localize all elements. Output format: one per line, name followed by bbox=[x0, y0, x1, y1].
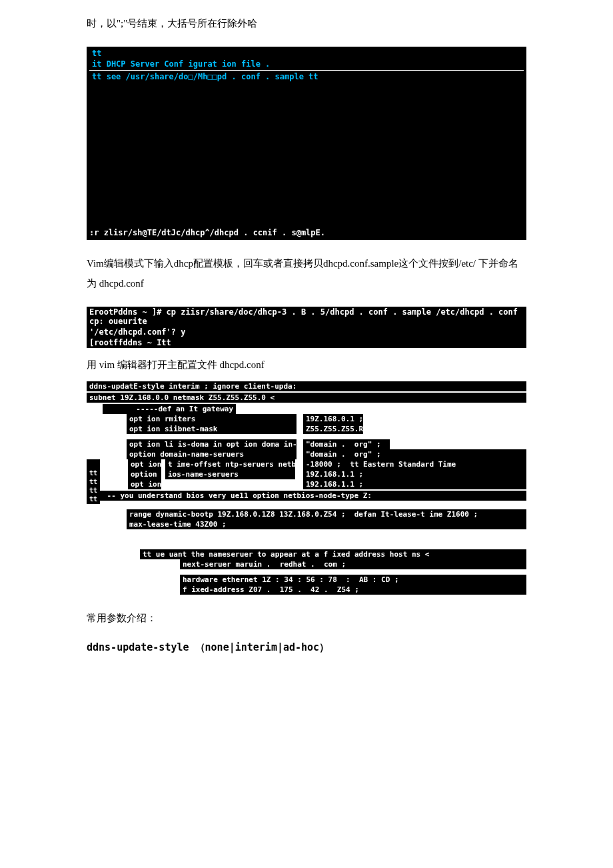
config-line: f ixed-address Z07 . 175 . 42 . Z54 ; bbox=[180, 585, 526, 595]
terminal-bottom-line: :r zlisr/sh@TE/dtJc/dhcp^/dhcpd . ccnif … bbox=[87, 227, 526, 239]
paragraph-2: Vim编辑模式下输入dhcp配置模板，回车或者直接拷贝dhcpd.conf.sa… bbox=[87, 253, 526, 293]
paragraph-1: 时，以";"号结束，大括号所在行除外哈 bbox=[87, 13, 526, 33]
config-line: ddns-updatE-style interim ; ignore c1ien… bbox=[87, 381, 526, 391]
config-sublabel: t ime-offset ntp-seruers netb bbox=[165, 459, 295, 469]
config-value: "domain . org" ; bbox=[303, 449, 526, 459]
config-value: 19Z.168.0.1 ; bbox=[303, 414, 363, 424]
paragraph-3: 用 vim 编辑器打开主配置文件 dhcpd.conf bbox=[87, 355, 526, 375]
config-line: subnet 19Z.168.0.0 netmask Z55.Z55.Z55.0… bbox=[87, 393, 526, 403]
paragraph-4: 常用参数介绍： bbox=[87, 608, 526, 628]
config-label: opt ion bbox=[128, 459, 161, 469]
terminal-block-1: tt it DHCP Server Conf igurat ion file .… bbox=[87, 47, 526, 240]
config-value: 19Z.168.1.1 ; bbox=[303, 469, 526, 479]
config-label: opt ion siibnet-mask bbox=[127, 424, 297, 434]
config-label: opt ion li is-doma in opt ion doma in-na… bbox=[127, 439, 297, 449]
terminal-block-2: ErootPddns ~ ]# cp ziisr/share/doc/dhcp-… bbox=[87, 307, 526, 348]
config-line: tt ue uant the nameseruer to appear at a… bbox=[140, 549, 526, 559]
config-block: ddns-updatE-style interim ; ignore c1ien… bbox=[87, 381, 526, 595]
config-value: Z55.Z55.Z55.R . bbox=[303, 424, 363, 434]
config-label: option bbox=[128, 469, 161, 479]
section-heading: ddns-update-style （none|interim|ad-hoc） bbox=[87, 641, 526, 654]
config-line: max-lease-time 43Z00 ; bbox=[127, 519, 526, 529]
config-value: "domain . org" ; bbox=[303, 439, 390, 449]
terminal-line: ErootPddns ~ ]# cp ziisr/share/doc/dhcp-… bbox=[87, 307, 526, 327]
config-line: -----def an It gateway bbox=[103, 404, 236, 414]
config-sublabel: ios-name-seruers bbox=[165, 469, 295, 479]
config-line: next-seruer maruin . redhat . com ; bbox=[180, 559, 526, 569]
terminal-line: '/etc/dhcpd.conf'? y bbox=[87, 327, 526, 337]
config-side-tt: tt tt tt tt tt bbox=[87, 459, 100, 504]
config-line: range dynamic-bootp 19Z.168.0.1Z8 13Z.16… bbox=[127, 509, 526, 519]
config-label: option domain-name-seruers bbox=[127, 449, 297, 459]
config-line: -- you understand bios very ue11 option … bbox=[100, 491, 526, 501]
terminal-line: [rootffddns ~ Itt bbox=[87, 337, 526, 348]
config-value: -18000 ; tt Eastern Standard Time bbox=[303, 459, 526, 469]
terminal-line: it DHCP Server Conf igurat ion file . bbox=[89, 59, 524, 69]
terminal-line: tt bbox=[89, 48, 524, 59]
config-label: opt ion rmiters bbox=[127, 414, 297, 424]
config-label: opt ion bbox=[128, 479, 161, 489]
config-value: 192.168.1.1 ; bbox=[303, 479, 526, 489]
config-line: hardware ethernet 1Z : 34 : 56 : 78 : AB… bbox=[180, 575, 526, 585]
terminal-line: tt see /usr/share/do□/Mh□□pd . conf . sa… bbox=[89, 71, 524, 82]
